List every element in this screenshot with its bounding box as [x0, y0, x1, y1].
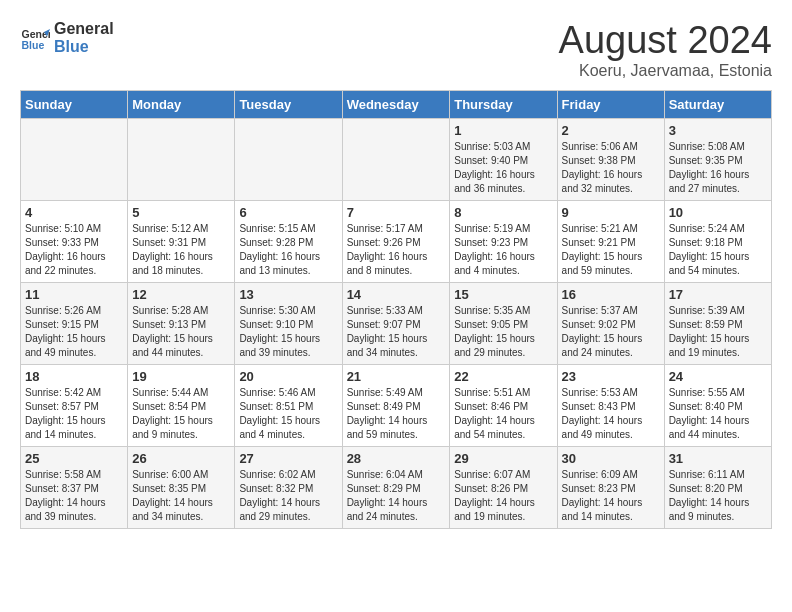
- day-number: 12: [132, 287, 230, 302]
- calendar-cell: 21Sunrise: 5:49 AM Sunset: 8:49 PM Dayli…: [342, 364, 450, 446]
- day-info: Sunrise: 5:58 AM Sunset: 8:37 PM Dayligh…: [25, 468, 123, 524]
- day-number: 30: [562, 451, 660, 466]
- day-number: 6: [239, 205, 337, 220]
- calendar-cell: 18Sunrise: 5:42 AM Sunset: 8:57 PM Dayli…: [21, 364, 128, 446]
- header-thursday: Thursday: [450, 90, 557, 118]
- day-info: Sunrise: 5:24 AM Sunset: 9:18 PM Dayligh…: [669, 222, 767, 278]
- calendar-body: 1Sunrise: 5:03 AM Sunset: 9:40 PM Daylig…: [21, 118, 772, 528]
- day-number: 9: [562, 205, 660, 220]
- day-number: 8: [454, 205, 552, 220]
- day-number: 25: [25, 451, 123, 466]
- day-number: 16: [562, 287, 660, 302]
- calendar-cell: [342, 118, 450, 200]
- calendar-cell: 15Sunrise: 5:35 AM Sunset: 9:05 PM Dayli…: [450, 282, 557, 364]
- day-info: Sunrise: 5:19 AM Sunset: 9:23 PM Dayligh…: [454, 222, 552, 278]
- calendar-cell: 1Sunrise: 5:03 AM Sunset: 9:40 PM Daylig…: [450, 118, 557, 200]
- calendar-cell: 16Sunrise: 5:37 AM Sunset: 9:02 PM Dayli…: [557, 282, 664, 364]
- calendar-cell: [235, 118, 342, 200]
- day-info: Sunrise: 5:17 AM Sunset: 9:26 PM Dayligh…: [347, 222, 446, 278]
- day-info: Sunrise: 5:37 AM Sunset: 9:02 PM Dayligh…: [562, 304, 660, 360]
- day-number: 31: [669, 451, 767, 466]
- day-info: Sunrise: 5:33 AM Sunset: 9:07 PM Dayligh…: [347, 304, 446, 360]
- day-info: Sunrise: 5:53 AM Sunset: 8:43 PM Dayligh…: [562, 386, 660, 442]
- day-number: 23: [562, 369, 660, 384]
- day-info: Sunrise: 5:46 AM Sunset: 8:51 PM Dayligh…: [239, 386, 337, 442]
- calendar-cell: 9Sunrise: 5:21 AM Sunset: 9:21 PM Daylig…: [557, 200, 664, 282]
- calendar-cell: 4Sunrise: 5:10 AM Sunset: 9:33 PM Daylig…: [21, 200, 128, 282]
- calendar-cell: 28Sunrise: 6:04 AM Sunset: 8:29 PM Dayli…: [342, 446, 450, 528]
- calendar-cell: 12Sunrise: 5:28 AM Sunset: 9:13 PM Dayli…: [128, 282, 235, 364]
- calendar-cell: 8Sunrise: 5:19 AM Sunset: 9:23 PM Daylig…: [450, 200, 557, 282]
- day-number: 15: [454, 287, 552, 302]
- day-info: Sunrise: 5:12 AM Sunset: 9:31 PM Dayligh…: [132, 222, 230, 278]
- calendar-cell: 30Sunrise: 6:09 AM Sunset: 8:23 PM Dayli…: [557, 446, 664, 528]
- day-info: Sunrise: 5:26 AM Sunset: 9:15 PM Dayligh…: [25, 304, 123, 360]
- calendar-cell: 13Sunrise: 5:30 AM Sunset: 9:10 PM Dayli…: [235, 282, 342, 364]
- day-info: Sunrise: 5:49 AM Sunset: 8:49 PM Dayligh…: [347, 386, 446, 442]
- week-row-3: 18Sunrise: 5:42 AM Sunset: 8:57 PM Dayli…: [21, 364, 772, 446]
- calendar-cell: 19Sunrise: 5:44 AM Sunset: 8:54 PM Dayli…: [128, 364, 235, 446]
- day-info: Sunrise: 5:03 AM Sunset: 9:40 PM Dayligh…: [454, 140, 552, 196]
- calendar-cell: 11Sunrise: 5:26 AM Sunset: 9:15 PM Dayli…: [21, 282, 128, 364]
- calendar-cell: 2Sunrise: 5:06 AM Sunset: 9:38 PM Daylig…: [557, 118, 664, 200]
- day-number: 28: [347, 451, 446, 466]
- day-number: 20: [239, 369, 337, 384]
- day-number: 17: [669, 287, 767, 302]
- day-info: Sunrise: 5:39 AM Sunset: 8:59 PM Dayligh…: [669, 304, 767, 360]
- day-info: Sunrise: 6:07 AM Sunset: 8:26 PM Dayligh…: [454, 468, 552, 524]
- calendar-cell: 20Sunrise: 5:46 AM Sunset: 8:51 PM Dayli…: [235, 364, 342, 446]
- day-number: 13: [239, 287, 337, 302]
- day-info: Sunrise: 6:00 AM Sunset: 8:35 PM Dayligh…: [132, 468, 230, 524]
- day-number: 22: [454, 369, 552, 384]
- calendar-cell: 10Sunrise: 5:24 AM Sunset: 9:18 PM Dayli…: [664, 200, 771, 282]
- calendar-cell: 23Sunrise: 5:53 AM Sunset: 8:43 PM Dayli…: [557, 364, 664, 446]
- day-number: 21: [347, 369, 446, 384]
- logo: General Blue General Blue: [20, 20, 114, 56]
- day-info: Sunrise: 5:51 AM Sunset: 8:46 PM Dayligh…: [454, 386, 552, 442]
- day-info: Sunrise: 5:55 AM Sunset: 8:40 PM Dayligh…: [669, 386, 767, 442]
- day-info: Sunrise: 5:30 AM Sunset: 9:10 PM Dayligh…: [239, 304, 337, 360]
- location-subtitle: Koeru, Jaervamaa, Estonia: [559, 62, 772, 80]
- day-number: 18: [25, 369, 123, 384]
- day-info: Sunrise: 5:15 AM Sunset: 9:28 PM Dayligh…: [239, 222, 337, 278]
- week-row-0: 1Sunrise: 5:03 AM Sunset: 9:40 PM Daylig…: [21, 118, 772, 200]
- day-info: Sunrise: 5:35 AM Sunset: 9:05 PM Dayligh…: [454, 304, 552, 360]
- day-number: 14: [347, 287, 446, 302]
- logo-icon: General Blue: [20, 23, 50, 53]
- week-row-1: 4Sunrise: 5:10 AM Sunset: 9:33 PM Daylig…: [21, 200, 772, 282]
- logo-line1: General: [54, 20, 114, 38]
- day-number: 7: [347, 205, 446, 220]
- header-saturday: Saturday: [664, 90, 771, 118]
- header-row: SundayMondayTuesdayWednesdayThursdayFrid…: [21, 90, 772, 118]
- calendar-cell: 5Sunrise: 5:12 AM Sunset: 9:31 PM Daylig…: [128, 200, 235, 282]
- calendar-cell: 6Sunrise: 5:15 AM Sunset: 9:28 PM Daylig…: [235, 200, 342, 282]
- calendar-cell: 26Sunrise: 6:00 AM Sunset: 8:35 PM Dayli…: [128, 446, 235, 528]
- calendar-cell: 24Sunrise: 5:55 AM Sunset: 8:40 PM Dayli…: [664, 364, 771, 446]
- day-info: Sunrise: 5:21 AM Sunset: 9:21 PM Dayligh…: [562, 222, 660, 278]
- day-number: 19: [132, 369, 230, 384]
- day-number: 10: [669, 205, 767, 220]
- calendar-cell: 3Sunrise: 5:08 AM Sunset: 9:35 PM Daylig…: [664, 118, 771, 200]
- week-row-4: 25Sunrise: 5:58 AM Sunset: 8:37 PM Dayli…: [21, 446, 772, 528]
- day-info: Sunrise: 5:06 AM Sunset: 9:38 PM Dayligh…: [562, 140, 660, 196]
- day-info: Sunrise: 6:02 AM Sunset: 8:32 PM Dayligh…: [239, 468, 337, 524]
- header-friday: Friday: [557, 90, 664, 118]
- day-info: Sunrise: 6:11 AM Sunset: 8:20 PM Dayligh…: [669, 468, 767, 524]
- calendar-cell: [128, 118, 235, 200]
- day-info: Sunrise: 5:42 AM Sunset: 8:57 PM Dayligh…: [25, 386, 123, 442]
- calendar-cell: 25Sunrise: 5:58 AM Sunset: 8:37 PM Dayli…: [21, 446, 128, 528]
- month-title: August 2024: [559, 20, 772, 62]
- day-number: 11: [25, 287, 123, 302]
- day-info: Sunrise: 6:09 AM Sunset: 8:23 PM Dayligh…: [562, 468, 660, 524]
- day-info: Sunrise: 6:04 AM Sunset: 8:29 PM Dayligh…: [347, 468, 446, 524]
- header-sunday: Sunday: [21, 90, 128, 118]
- day-number: 4: [25, 205, 123, 220]
- day-number: 3: [669, 123, 767, 138]
- day-info: Sunrise: 5:44 AM Sunset: 8:54 PM Dayligh…: [132, 386, 230, 442]
- logo-line2: Blue: [54, 38, 114, 56]
- calendar-cell: 27Sunrise: 6:02 AM Sunset: 8:32 PM Dayli…: [235, 446, 342, 528]
- day-info: Sunrise: 5:28 AM Sunset: 9:13 PM Dayligh…: [132, 304, 230, 360]
- day-info: Sunrise: 5:08 AM Sunset: 9:35 PM Dayligh…: [669, 140, 767, 196]
- title-area: August 2024 Koeru, Jaervamaa, Estonia: [559, 20, 772, 80]
- day-number: 24: [669, 369, 767, 384]
